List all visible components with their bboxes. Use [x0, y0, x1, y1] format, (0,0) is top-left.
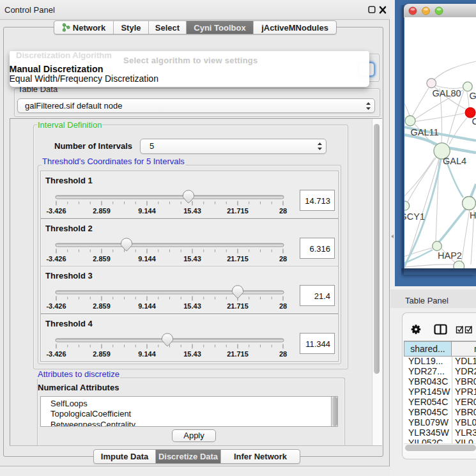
- svg-text:GAL80: GAL80: [433, 88, 461, 98]
- svg-text:GCY1: GCY1: [404, 211, 425, 222]
- svg-text:GAL4: GAL4: [443, 156, 466, 166]
- svg-text:G.: G.: [470, 91, 476, 101]
- svg-text:C: C: [472, 116, 476, 127]
- svg-text:HAP2: HAP2: [438, 250, 462, 261]
- svg-text:GAL11: GAL11: [411, 127, 439, 137]
- svg-text:H: H: [470, 210, 476, 220]
